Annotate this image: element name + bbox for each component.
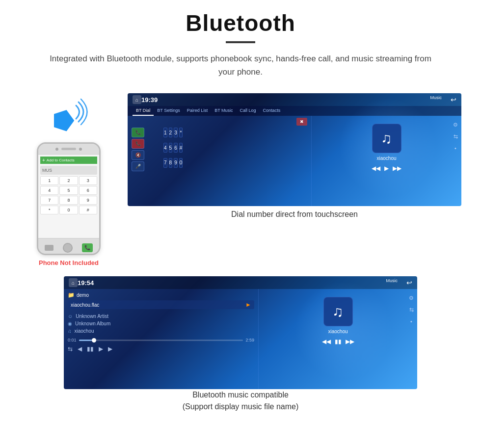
cs2-time-start: 0:01 (68, 338, 77, 343)
cs2-repeat-icon[interactable]: ▶ (108, 345, 112, 352)
cs2-filename: xiaochou.flac (71, 302, 99, 308)
cs-end-call-btn[interactable]: 📞 (132, 139, 144, 149)
cs2-song-row: ♫ xiaochou (68, 327, 254, 335)
phone-key-1[interactable]: 1 (40, 176, 58, 185)
cs2-music-album-art: ♫ (323, 297, 353, 326)
cs-play-btn[interactable]: ▶ (384, 165, 389, 172)
cs2-next-icon[interactable]: ▶ (99, 345, 103, 352)
cs-key-0[interactable]: 0 (179, 158, 183, 168)
cs-next-btn[interactable]: ▶▶ (393, 165, 401, 172)
cs-tab-bt-settings[interactable]: BT Settings (154, 106, 183, 116)
folder-icon: 📁 (68, 292, 75, 298)
cs2-folder-name: demo (77, 292, 89, 298)
phone-key-7[interactable]: 7 (40, 196, 58, 205)
screen2-caption-line1: Bluetooth music compatible (192, 391, 289, 399)
cs2-pause-btn[interactable]: ▮▮ (335, 338, 342, 345)
cs-shuffle-icon[interactable]: ⇆ (452, 132, 459, 140)
cs2-dot2-icon: • (407, 317, 415, 325)
screen-wrapper-1: ⌂ 19:39 ↩ Music BT Dial BT Settings Pair… (128, 93, 461, 222)
phone-key-hash[interactable]: # (79, 206, 97, 214)
cs-mic-btn[interactable]: 🎤 (132, 161, 144, 171)
page-description: Integrated with Bluetooth module, suppor… (49, 52, 432, 79)
phone-key-5[interactable]: 5 (59, 186, 78, 195)
phone-not-included-label: Phone Not Included (39, 259, 99, 266)
cs2-artist: Unknown Artist (76, 314, 108, 319)
cs2-prev-btn[interactable]: ◀◀ (322, 338, 331, 345)
page-title: Bluetooth (20, 10, 461, 36)
cs2-meta: ☺ Unknown Artist ◉ Unknown Album ♫ xiaoc… (68, 312, 254, 336)
cs2-bar[interactable] (79, 340, 243, 341)
screen2-caption: Bluetooth music compatible (Support disp… (64, 389, 417, 413)
cs-main-1: ✖ 📞 📞 🔇 🎤 (128, 116, 461, 206)
cs2-progress-bar[interactable]: 0:01 2:59 (68, 336, 254, 344)
cs-music-album-art: ♫ (372, 124, 401, 153)
cs-artist-name-1: xiaochou (376, 156, 396, 161)
bottom-section: ⌂ 19:54 ↩ Music 📁 demo (20, 276, 461, 416)
cs-tab-bt-music[interactable]: BT Music (211, 106, 236, 116)
cs2-artist-row: ☺ Unknown Artist (68, 313, 254, 320)
phone-key-9[interactable]: 9 (79, 196, 97, 205)
cs-key-8[interactable]: 8 (169, 158, 173, 168)
cs2-shuffle-icon[interactable]: ⇆ (68, 345, 73, 352)
cs-time-1: 19:39 (141, 96, 158, 104)
car-screen-2: ⌂ 19:54 ↩ Music 📁 demo (64, 276, 417, 389)
cs-key-hash[interactable]: # (179, 143, 183, 153)
music-note-icon: ♫ (381, 130, 392, 147)
cs2-home-icon: ⌂ (69, 278, 78, 287)
cs-music-label-1: Music (430, 95, 442, 100)
cs-key-1[interactable]: 1 (163, 128, 167, 137)
cs2-pause-icon[interactable]: ▮▮ (87, 345, 94, 352)
screenshot-container-1: ⌂ 19:39 ↩ Music BT Dial BT Settings Pair… (128, 93, 461, 225)
cs-prev-btn[interactable]: ◀◀ (372, 165, 380, 172)
bluetooth-signal-icon: ⭓ (49, 98, 93, 137)
cs-delete-btn[interactable]: ✖ (296, 118, 307, 126)
screen-wrapper-2: ⌂ 19:54 ↩ Music 📁 demo (64, 276, 417, 413)
phone-key-4[interactable]: 4 (40, 186, 58, 195)
cs2-file-row[interactable]: xiaochou.flac ► (68, 300, 254, 309)
cs-key-5[interactable]: 5 (169, 143, 173, 153)
cs-key-2[interactable]: 2 (169, 128, 173, 137)
cs2-next-btn[interactable]: ▶▶ (346, 338, 354, 345)
cs2-shuffle2-icon[interactable]: ⇆ (407, 306, 415, 314)
cs2-time-end: 2:59 (245, 338, 254, 343)
cs-call-btn[interactable]: 📞 (132, 128, 144, 137)
cs2-song: xiaochou (75, 328, 94, 334)
phone-key-6[interactable]: 6 (79, 186, 97, 195)
phone-key-8[interactable]: 8 (59, 196, 78, 205)
cs-tab-call-log[interactable]: Call Log (237, 106, 260, 116)
cs-key-7[interactable]: 7 (163, 158, 167, 168)
cs2-album-row: ◉ Unknown Album (68, 320, 254, 327)
cs2-time: 19:54 (78, 279, 94, 287)
cs-key-3[interactable]: 3 (174, 128, 178, 137)
cs2-settings-icon[interactable]: ⚙ (407, 294, 415, 302)
cs-key-9[interactable]: 9 (174, 158, 178, 168)
phone-key-star[interactable]: * (40, 206, 58, 214)
screen1-caption: Dial number direct from touchscreen (128, 210, 461, 219)
cs2-prev-icon[interactable]: ◀ (78, 345, 82, 352)
cs2-back-icon: ↩ (406, 279, 412, 287)
cs2-note-icon: ♫ (68, 328, 72, 334)
cs-key-6[interactable]: 6 (174, 143, 178, 153)
phone-screen: + Add to Contacts MUS 1 2 3 4 5 6 (38, 155, 99, 238)
cs-tabs-1: BT Dial BT Settings Paired List BT Music… (128, 106, 461, 116)
cs-dot-icon: • (452, 144, 459, 152)
cs-settings-icon[interactable]: ⚙ (452, 121, 459, 129)
cs-tab-bt-dial[interactable]: BT Dial (133, 106, 154, 116)
cs2-album-icon: ◉ (68, 321, 72, 326)
phone-key-2[interactable]: 2 (59, 176, 78, 185)
phone-sensor-dot (79, 148, 82, 151)
phone-camera-dot (55, 148, 58, 151)
title-divider (226, 41, 255, 43)
phone-home-btn (63, 243, 73, 253)
cs-tab-contacts[interactable]: Contacts (260, 106, 284, 116)
phone-top-bar (38, 144, 99, 155)
cs-mute-btn[interactable]: 🔇 (132, 150, 144, 160)
phone-key-0[interactable]: 0 (59, 206, 78, 214)
phone-back-btn (45, 245, 53, 251)
cs2-bar-fill (79, 340, 92, 341)
phone-key-3[interactable]: 3 (79, 176, 97, 185)
cs-key-4[interactable]: 4 (163, 143, 167, 153)
cs-tab-paired-list[interactable]: Paired List (184, 106, 212, 116)
cs-key-star[interactable]: * (179, 128, 183, 137)
cs2-bar-thumb (92, 338, 96, 343)
